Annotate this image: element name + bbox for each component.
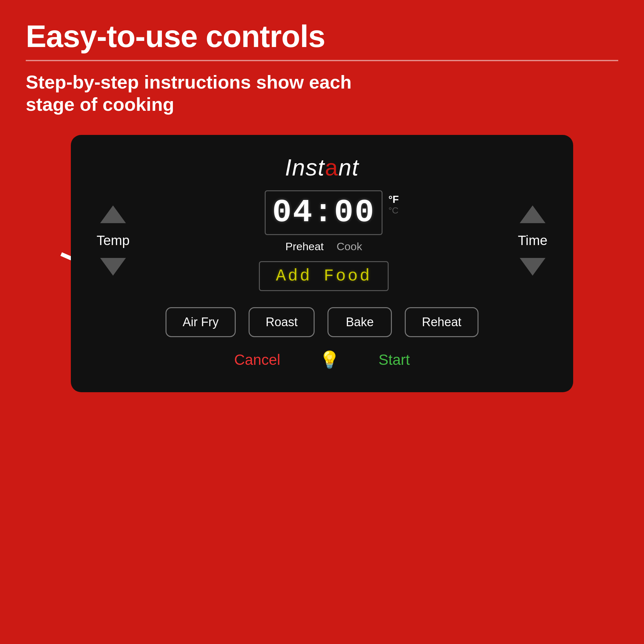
add-food-text: Add Food (276, 267, 372, 286)
air-fry-button[interactable]: Air Fry (166, 307, 236, 337)
controls-row: Temp 04:00 °F °C Preheat (97, 190, 547, 291)
cancel-button[interactable]: Cancel (234, 351, 280, 368)
logo-dot: a (325, 155, 338, 180)
brand-logo-text: Instant (285, 155, 359, 180)
page-wrapper: Easy-to-use controls Step-by-step instru… (0, 0, 644, 644)
main-title: Easy-to-use controls (26, 19, 618, 53)
control-panel: Instant Temp 04:00 (71, 135, 573, 392)
time-label: Time (518, 233, 547, 248)
divider (26, 60, 618, 61)
digital-time: 04:00 (265, 190, 383, 235)
subtitle: Step-by-step instructions show each stag… (26, 71, 380, 116)
bottom-controls-row: Cancel 💡 Start (97, 350, 547, 370)
display-section: 04:00 °F °C Preheat Cook Add Food (259, 190, 389, 291)
time-down-arrow-icon (520, 258, 545, 276)
cook-label: Cook (336, 240, 362, 253)
temp-control: Temp (97, 205, 130, 276)
start-button[interactable]: Start (379, 351, 410, 368)
preheat-label: Preheat (285, 240, 324, 253)
light-icon[interactable]: 💡 (319, 350, 340, 370)
temp-down-button[interactable] (100, 258, 126, 276)
time-up-button[interactable] (520, 205, 545, 223)
roast-button[interactable]: Roast (249, 307, 315, 337)
reheat-button[interactable]: Reheat (405, 307, 478, 337)
time-up-arrow-icon (520, 205, 545, 223)
brand-logo: Instant (97, 154, 547, 181)
bake-button[interactable]: Bake (327, 307, 392, 337)
temp-unit-c: °C (388, 205, 399, 216)
add-food-display: Add Food (259, 261, 389, 291)
control-panel-wrapper: Instant Temp 04:00 (26, 135, 618, 392)
temp-up-button[interactable] (100, 205, 126, 223)
timer-display: 04:00 °F °C (265, 190, 383, 235)
temp-unit-f: °F (388, 194, 399, 205)
temp-unit-container: °F °C (388, 194, 399, 216)
time-control: Time (518, 205, 547, 276)
mode-buttons-row: Air Fry Roast Bake Reheat (97, 307, 547, 337)
temp-up-arrow-icon (100, 205, 126, 223)
temp-down-arrow-icon (100, 258, 126, 276)
cook-stage-row: Preheat Cook (285, 240, 362, 253)
temp-label: Temp (97, 233, 130, 248)
time-down-button[interactable] (520, 258, 545, 276)
